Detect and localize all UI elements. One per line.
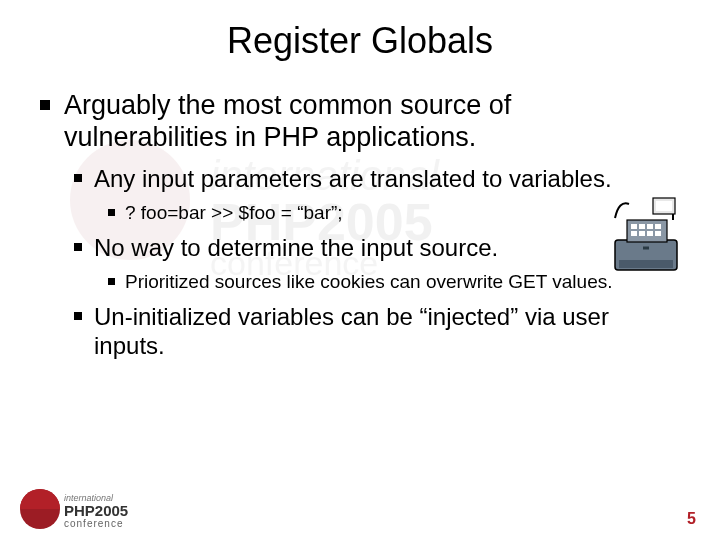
- svg-rect-9: [647, 224, 653, 229]
- bullet-text: Any input parameters are translated to v…: [94, 164, 680, 193]
- square-bullet-icon: [40, 100, 50, 110]
- svg-rect-16: [656, 201, 672, 211]
- slide-title: Register Globals: [40, 20, 680, 62]
- svg-rect-8: [639, 224, 645, 229]
- square-bullet-icon: [108, 209, 115, 216]
- logo-text-mid: PHP2005: [64, 502, 128, 519]
- cash-register-icon: [605, 190, 690, 280]
- svg-rect-11: [631, 231, 637, 236]
- bullet-text: ? foo=bar >> $foo = “bar”;: [125, 201, 680, 225]
- bullet-text: Arguably the most common source of vulne…: [64, 90, 680, 154]
- page-number: 5: [687, 510, 696, 528]
- svg-rect-12: [639, 231, 645, 236]
- list-item: Prioritized sources like cookies can ove…: [108, 270, 680, 294]
- list-item: No way to determine the input source. Pr…: [74, 233, 680, 294]
- logo-text-bot: conference: [64, 518, 123, 529]
- bullet-list: Arguably the most common source of vulne…: [40, 90, 680, 360]
- bullet-text: Un-initialized variables can be “injecte…: [94, 302, 680, 361]
- footer-logo: international PHP2005 conference: [18, 488, 158, 530]
- slide: Register Globals Arguably the most commo…: [0, 0, 720, 540]
- svg-rect-7: [631, 224, 637, 229]
- list-item: Un-initialized variables can be “injecte…: [74, 302, 680, 361]
- bullet-text: Prioritized sources like cookies can ove…: [125, 270, 680, 294]
- square-bullet-icon: [74, 174, 82, 182]
- list-item: ? foo=bar >> $foo = “bar”;: [108, 201, 680, 225]
- list-item: Any input parameters are translated to v…: [74, 164, 680, 225]
- svg-rect-5: [619, 260, 673, 268]
- svg-rect-13: [647, 231, 653, 236]
- list-item: Arguably the most common source of vulne…: [40, 90, 680, 360]
- square-bullet-icon: [108, 278, 115, 285]
- svg-rect-10: [655, 224, 661, 229]
- svg-rect-14: [655, 231, 661, 236]
- bullet-text: No way to determine the input source.: [94, 233, 680, 262]
- square-bullet-icon: [74, 243, 82, 251]
- square-bullet-icon: [74, 312, 82, 320]
